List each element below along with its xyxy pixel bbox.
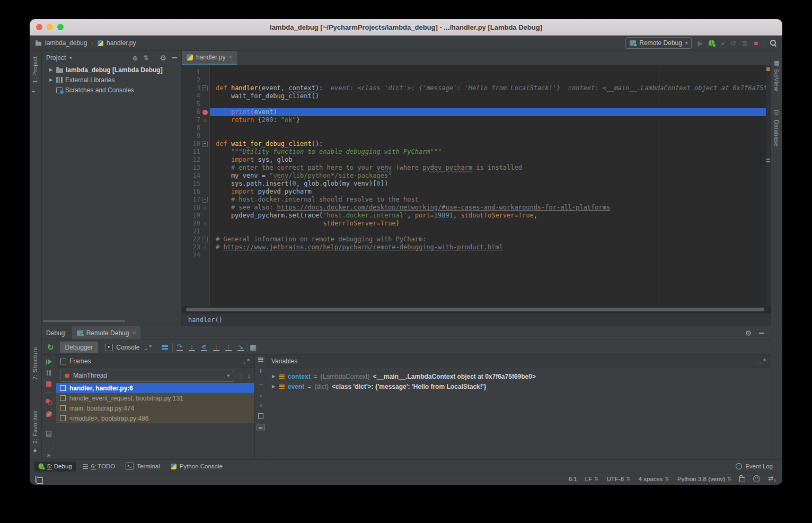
fold-marker-icon[interactable]: −	[202, 85, 208, 91]
gutter-line[interactable]: 12	[182, 156, 209, 164]
tool-stripe-database[interactable]: Database	[773, 120, 780, 146]
code-line[interactable]: stderrToServer=True)	[210, 220, 771, 228]
toolbar-item-python-console[interactable]: Python Console	[166, 461, 227, 472]
code-line[interactable]: sys.path.insert(0, glob.glob(my_venv)[0]…	[210, 180, 771, 188]
gutter-line[interactable]: 7⌂	[182, 116, 209, 124]
gutter-line[interactable]: 13	[182, 164, 209, 172]
gutter-line[interactable]: 9	[182, 132, 209, 140]
evaluate-expression-icon[interactable]: ▦	[250, 343, 257, 352]
code-line[interactable]: # General information on remote debuggin…	[210, 236, 771, 243]
code-line[interactable]: import pydevd_pycharm	[210, 188, 771, 196]
run-config-selector[interactable]: Remote Debug ▾	[625, 37, 692, 49]
run-with-coverage-button[interactable]: ◕	[720, 40, 725, 47]
gutter-line[interactable]: 8	[182, 124, 209, 132]
fold-marker-icon[interactable]: ⌂	[203, 118, 206, 123]
toolbar-item-terminal[interactable]: ▸_ Terminal	[121, 461, 164, 472]
frame-row[interactable]: main, bootstrap.py:474	[56, 403, 254, 413]
readonly-lock-icon[interactable]	[739, 477, 745, 482]
stop-button[interactable]: ■	[754, 40, 758, 47]
indexing-face-icon[interactable]	[753, 475, 760, 482]
gutter-line[interactable]: 6	[182, 108, 209, 116]
resume-icon[interactable]	[46, 359, 52, 364]
code-line[interactable]: # enter the correct path here to your ve…	[210, 164, 771, 172]
sync-help-icon[interactable]: ⇄?	[768, 475, 776, 483]
code-line[interactable]	[210, 124, 771, 132]
pin-tab-icon[interactable]: →∗	[143, 344, 152, 351]
hide-panel-icon[interactable]	[759, 333, 764, 334]
project-panel-title[interactable]: Project	[46, 54, 66, 62]
tree-item-scratches[interactable]: Scratches and Consoles	[42, 85, 181, 95]
gutter-line[interactable]: 17−	[182, 196, 209, 204]
code-line[interactable]: pydevd_pycharm.settrace('host.docker.int…	[210, 212, 771, 220]
caret-position[interactable]: 6:1	[569, 476, 577, 482]
pause-icon[interactable]	[47, 370, 51, 376]
code-line[interactable]: """Utility function to enable debugging …	[210, 148, 771, 156]
gutter-line[interactable]: 14	[182, 172, 209, 180]
code-line[interactable]	[210, 76, 771, 84]
debug-session-tab[interactable]: Remote Debug ×	[72, 326, 141, 339]
gutter-line[interactable]: 22−	[182, 236, 209, 243]
pin-icon[interactable]: →∗	[241, 358, 250, 365]
editor-hscroll-thumb[interactable]	[186, 308, 764, 311]
code-line[interactable]: def wait_for_debug_client():	[210, 140, 771, 148]
move-up-icon[interactable]: ▲	[259, 393, 263, 398]
gutter-line[interactable]: 23⌂	[182, 243, 209, 251]
tab-console[interactable]: ▸ Console →∗	[100, 342, 157, 353]
previous-frame-icon[interactable]: ↑	[239, 372, 243, 380]
force-step-into-icon[interactable]: ↓	[211, 343, 222, 352]
search-everywhere-icon[interactable]	[770, 40, 777, 47]
duplicate-icon[interactable]	[258, 413, 263, 419]
breakpoint-dot[interactable]	[202, 110, 208, 115]
gutter-line[interactable]: 16	[182, 188, 209, 196]
frame-row[interactable]: handle_event_request, bootstrap.py:131	[56, 393, 254, 403]
collapse-all-icon[interactable]: ⇅	[143, 54, 148, 62]
breadcrumb-file[interactable]: handler.py	[107, 39, 136, 47]
gutter-line[interactable]: 21	[182, 228, 209, 236]
error-stripe[interactable]	[766, 65, 771, 306]
chevron-right-icon[interactable]: ▶	[48, 67, 54, 72]
add-watch-icon[interactable]: +	[259, 367, 263, 375]
line-separator-selector[interactable]: LF⇅	[585, 476, 599, 482]
tree-item-external-libraries[interactable]: ▶ External Libraries	[42, 75, 181, 85]
code-line[interactable]	[210, 132, 771, 140]
stripe-mark[interactable]	[766, 159, 770, 160]
code-line[interactable]: def handler(event, context): event: <cla…	[210, 84, 771, 92]
gear-icon[interactable]: ⚙	[160, 54, 166, 62]
gutter-line[interactable]: 24	[182, 251, 209, 259]
expand-icon[interactable]: ▶	[272, 374, 276, 379]
event-log-button[interactable]: Event Log	[736, 463, 773, 469]
mute-breakpoints-icon[interactable]	[46, 411, 52, 417]
gutter-line[interactable]: 15	[182, 180, 209, 188]
stripe-mark-warning[interactable]	[766, 67, 770, 71]
fold-marker-icon[interactable]: −	[202, 141, 208, 147]
project-horizontal-scrollbar[interactable]	[43, 320, 125, 322]
move-down-icon[interactable]: ▼	[259, 403, 263, 408]
breadcrumb-project[interactable]: lambda_debug	[45, 39, 87, 47]
code-line[interactable]	[210, 251, 771, 259]
profiler-button[interactable]: ↺	[730, 40, 736, 47]
fold-marker-icon[interactable]: −	[202, 197, 208, 203]
interpreter-selector[interactable]: Python 3.8 (venv)⇅	[677, 476, 732, 482]
fold-marker-icon[interactable]: ⌂	[203, 221, 206, 226]
restore-layout-icon[interactable]: ▤	[46, 429, 52, 437]
stripe-mark[interactable]	[766, 161, 770, 162]
step-into-my-code-icon[interactable]: ∊	[199, 343, 209, 352]
tool-stripe-favorites[interactable]: 2: Favorites	[32, 411, 38, 443]
code-column[interactable]: def handler(event, context): event: <cla…	[210, 65, 771, 306]
editor-tab-handler[interactable]: handler.py ×	[182, 51, 237, 65]
gear-icon[interactable]: ⚙	[745, 329, 752, 337]
code-line[interactable]: return {200: "ok"}	[210, 116, 771, 124]
fold-marker-icon[interactable]: ⌂	[203, 205, 206, 210]
remove-watch-icon[interactable]: −	[259, 380, 263, 388]
tool-stripe-sciview[interactable]: SciView	[773, 69, 780, 91]
code-line[interactable]	[210, 100, 771, 108]
toolbar-item-debug[interactable]: 5: Debug	[34, 461, 76, 472]
fold-marker-icon[interactable]: ⌂	[203, 245, 206, 250]
thread-selector[interactable]: MainThread ▾	[60, 370, 234, 382]
gutter-line[interactable]: 1	[182, 68, 209, 76]
close-window-button[interactable]	[36, 24, 42, 30]
frame-row[interactable]: <module>, bootstrap.py:486	[56, 413, 254, 423]
gutter-line[interactable]: 11	[182, 148, 209, 156]
show-watches-icon[interactable]: ∞	[257, 424, 265, 431]
run-button[interactable]: ▶	[698, 40, 703, 47]
